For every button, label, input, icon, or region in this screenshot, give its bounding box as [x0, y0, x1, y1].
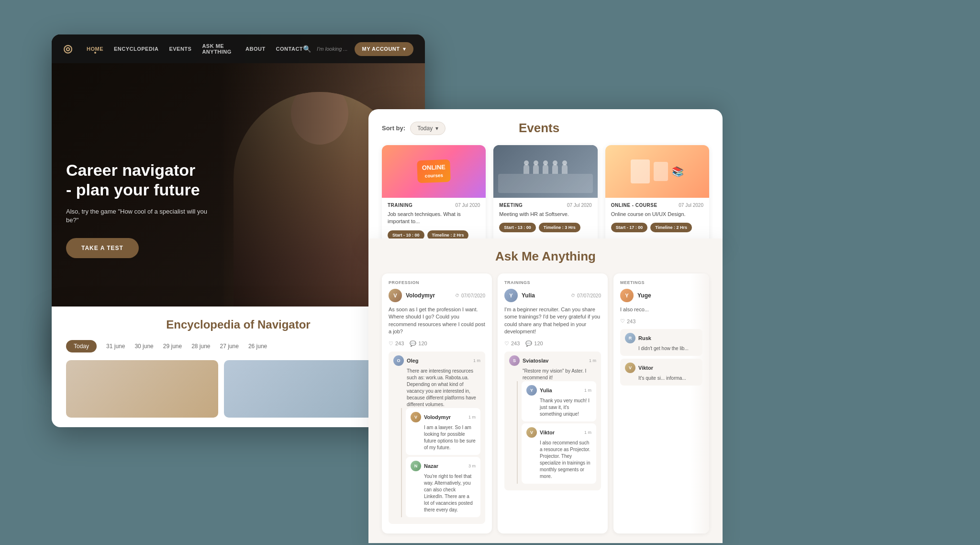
nested-replies-1: V Volodymyr 1 m I am a lawyer. So I am l…: [401, 408, 480, 517]
nested-reply-nazar-row: N Nazar 3 m: [411, 461, 476, 471]
comment-action-1[interactable]: 💬 120: [410, 341, 427, 347]
nested-yulia-row: Y Yulia 1 m: [526, 385, 591, 396]
comment-icon: 💬: [410, 341, 416, 347]
ask-user-row-3: Y Yuge: [620, 289, 702, 302]
ask-user-row-2: Y Yulia ⏱ 07/07/2020: [504, 289, 601, 302]
start-button-2[interactable]: Start - 13 : 00: [499, 223, 536, 232]
enc-tab-today[interactable]: Today: [66, 340, 97, 352]
event-card-course[interactable]: 📚 ONLINE - COURSE 07 Jul 2020 Online cou…: [605, 145, 709, 246]
reply-time-sviatoslav: 1 m: [589, 358, 596, 363]
enc-tab-26[interactable]: 26 june: [248, 341, 267, 352]
enc-tab-27[interactable]: 27 june: [220, 341, 239, 352]
events-panel: Sort by: Today ▾ Events ONLINEcourses TR…: [368, 109, 723, 255]
nav-ask-me[interactable]: ASK ME ANYTHING: [202, 43, 235, 55]
like-action-2[interactable]: ♡ 243: [504, 341, 520, 347]
ask-username-1: Volodymyr: [406, 292, 435, 299]
reply-text-oleg: There are interesting resources such as:…: [407, 368, 480, 408]
enc-card-1[interactable]: [66, 360, 218, 418]
hero-content: Career navigator- plan your future Also,…: [52, 132, 234, 272]
avatar-yuge: Y: [620, 289, 634, 302]
start-button-3[interactable]: Start - 17 : 00: [611, 223, 648, 232]
nested-viktor-row: V Viktor 1 m: [526, 427, 591, 438]
nav-encyclopedia[interactable]: ENCYCLOPEDIA: [114, 46, 158, 52]
event-img-course: 📚: [605, 145, 709, 198]
avatar-yulia-sm: Y: [526, 385, 537, 396]
like-action-3[interactable]: ♡ 243: [620, 318, 635, 324]
event-img-training: ONLINEcourses: [382, 145, 486, 198]
heart-icon-2: ♡: [504, 341, 509, 347]
reply-rusk: R Rusk I didn't get how the lib...: [620, 329, 702, 356]
ask-user-row-1: V Volodymyr ⏱ 07/07/2020: [389, 289, 485, 302]
reply-viktor-2: V Viktor It's quite si... informa...: [620, 359, 702, 386]
enc-tab-31[interactable]: 31 june: [106, 341, 125, 352]
event-description-2: Meeting with HR at Softserve.: [499, 211, 591, 218]
nested-username-nazar: Nazar: [424, 463, 466, 469]
reply-text-sviatoslav: "Restore my vision" by Aster. I recommen…: [523, 368, 596, 381]
enc-tab-29[interactable]: 29 june: [163, 341, 182, 352]
navbar: ◎ HOME ENCYCLOPEDIA EVENTS ASK ME ANYTHI…: [52, 34, 425, 63]
event-card-training[interactable]: ONLINEcourses TRAINING 07 Jul 2020 Job s…: [382, 145, 486, 246]
nested-time-viktor: 1 m: [584, 430, 591, 435]
reply-username-oleg: Oleg: [407, 358, 470, 363]
reply-oleg: O Oleg 1 m There are interesting resourc…: [389, 352, 485, 524]
logo[interactable]: ◎: [63, 43, 72, 55]
sort-dropdown[interactable]: Today ▾: [410, 122, 445, 135]
nested-reply-yulia: Y Yulia 1 m Thank you very much! I just …: [522, 381, 596, 421]
ask-time-1: ⏱ 07/07/2020: [455, 293, 485, 298]
ask-category-3: MEETINGS: [620, 280, 645, 285]
enc-card-2[interactable]: [224, 360, 376, 418]
avatar-yulia: Y: [504, 289, 518, 302]
person-2: [533, 164, 539, 174]
enc-tab-30[interactable]: 30 june: [134, 341, 153, 352]
nav-contact[interactable]: CONTACT: [276, 46, 303, 52]
account-button[interactable]: MY ACCOUNT ▾: [355, 42, 413, 56]
timeline-button-3[interactable]: Timeline : 2 Hrs: [650, 223, 692, 232]
event-type-row-2: MEETING 07 Jul 2020: [499, 203, 591, 208]
nested-replies-2: Y Yulia 1 m Thank you very much! I just …: [517, 381, 596, 484]
comment-count-1: 120: [418, 341, 427, 346]
search-placeholder[interactable]: I'm looking ...: [317, 46, 347, 52]
reply-text-viktor-2: It's quite si... informa...: [638, 375, 698, 382]
avatar-nazar: N: [411, 461, 421, 471]
ask-question-2: I'm a beginner recruiter. Can you share …: [504, 306, 601, 336]
heart-icon: ♡: [389, 341, 393, 347]
like-action-1[interactable]: ♡ 243: [389, 341, 404, 347]
ask-category-1: PROFESSION: [389, 280, 419, 285]
nested-reply-volodymyr: V Volodymyr 1 m I am a lawyer. So I am l…: [406, 408, 480, 455]
sort-label: Sort by:: [382, 125, 405, 132]
event-type-row-3: ONLINE - COURSE 07 Jul 2020: [611, 203, 703, 208]
illus-people: [523, 164, 568, 174]
avatar-rusk: R: [625, 333, 635, 343]
comment-action-2[interactable]: 💬 120: [525, 341, 543, 347]
heart-icon-3: ♡: [620, 318, 625, 324]
nested-username-volodymyr: Volodymyr: [424, 414, 466, 420]
ask-time-2: ⏱ 07/07/2020: [571, 293, 601, 298]
reply-viktor-2-row: V Viktor: [625, 363, 698, 373]
sort-value: Today: [417, 125, 433, 132]
search-icon[interactable]: 🔍: [303, 45, 311, 53]
nested-username-yulia: Yulia: [540, 387, 581, 393]
reply-username-viktor-2: Viktor: [638, 365, 698, 371]
event-card-meeting[interactable]: MEETING 07 Jul 2020 Meeting with HR at S…: [493, 145, 597, 246]
enc-tab-28[interactable]: 28 june: [191, 341, 210, 352]
encyclopedia-title: Encyclopedia of Navigator: [66, 318, 411, 331]
chevron-down-icon: ▾: [435, 125, 438, 132]
avatar-sviatoslav: S: [509, 355, 520, 366]
timeline-button-2[interactable]: Timeline : 3 Hrs: [539, 223, 580, 232]
take-test-button[interactable]: TAKE A TEST: [66, 238, 139, 258]
event-type-label-3: ONLINE - COURSE: [611, 203, 657, 208]
avatar-volodymyr-sm: V: [411, 412, 421, 422]
ask-category-2: TRAININGS: [504, 280, 530, 285]
ask-card-header-1: PROFESSION: [389, 280, 485, 285]
encyclopedia-cards: [66, 360, 411, 418]
nav-about[interactable]: ABOUT: [245, 46, 266, 52]
nav-home[interactable]: HOME: [87, 46, 103, 52]
event-date: 07 Jul 2020: [456, 203, 480, 208]
event-buttons-3: Start - 17 : 00 Timeline : 2 Hrs: [611, 223, 703, 232]
meeting-illustration: [493, 145, 597, 198]
event-date-3: 07 Jul 2020: [679, 203, 703, 208]
nav-events[interactable]: EVENTS: [169, 46, 191, 52]
nav-links: HOME ENCYCLOPEDIA EVENTS ASK ME ANYTHING…: [87, 43, 303, 55]
hero-subtitle: Also, try the game "How cool of a specia…: [66, 207, 219, 225]
reply-user-row-oleg: O Oleg 1 m: [393, 355, 480, 366]
